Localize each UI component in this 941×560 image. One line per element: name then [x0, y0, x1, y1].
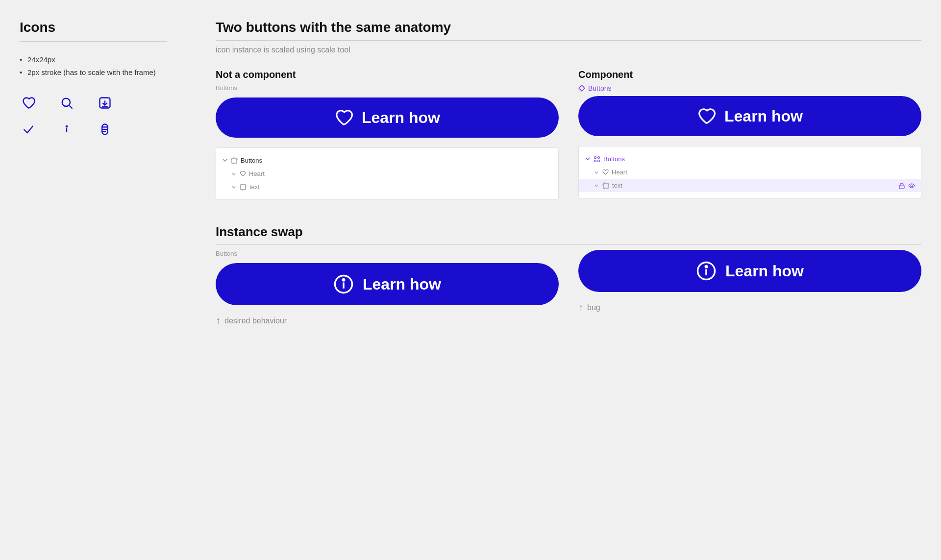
col1-layer-heart: Heart: [216, 167, 558, 180]
attachment-icon: [96, 121, 114, 138]
instance-col2-arrow-label: ↑ bug: [578, 302, 921, 313]
col1-layer-label: Buttons: [216, 84, 559, 92]
col1-layer-text: text: [216, 180, 558, 194]
svg-rect-29: [603, 183, 608, 188]
svg-rect-11: [232, 158, 237, 163]
section2-title: Instance swap: [216, 224, 921, 240]
section1-columns: Not a component Buttons Learn how: [216, 69, 921, 200]
arrow-up-icon: ↑: [216, 315, 221, 326]
svg-point-21: [580, 86, 581, 87]
col2-heart-layer-icon: [602, 169, 609, 175]
col2-layer-actions: [898, 182, 915, 189]
bullet-2: 2px stroke (has to scale with the frame): [20, 66, 167, 79]
col2-chevron-icon: [585, 156, 591, 162]
svg-point-38: [343, 279, 345, 281]
col-not-component: Not a component Buttons Learn how: [216, 69, 559, 200]
section1-subtitle: icon instance is scaled using scale tool: [216, 46, 921, 54]
svg-point-0: [62, 98, 70, 106]
component-diamond-icon: [578, 85, 585, 92]
svg-point-35: [911, 185, 913, 187]
section2-columns: Buttons Learn how ↑ desired behaviour: [216, 250, 921, 326]
instance-col1-label: Buttons: [216, 250, 559, 257]
svg-point-26: [598, 156, 600, 158]
search-icon: [58, 94, 75, 112]
col1-layers-panel: Buttons Heart: [216, 147, 559, 200]
col2-text-label: text: [612, 182, 895, 189]
col1-heart-label: Heart: [249, 170, 552, 177]
page: Icons 24x24px 2px stroke (has to scale w…: [0, 0, 941, 560]
sidebar-bullets: 24x24px 2px stroke (has to scale with th…: [20, 53, 167, 78]
instance-col2-button[interactable]: Learn how: [578, 250, 921, 292]
col1-text-frame-icon: [240, 184, 247, 191]
col1-heart-chevron: [231, 171, 237, 177]
lock-icon: [898, 182, 905, 189]
col2-heart-icon: [697, 107, 716, 125]
col1-text-chevron: [231, 184, 237, 190]
col1-text-label: text: [249, 183, 552, 191]
instance-col1-button[interactable]: Learn how: [216, 263, 559, 305]
col2-heart-label: Heart: [612, 169, 915, 176]
col1-heart-icon: [334, 108, 353, 127]
col1-layer-parent-label: Buttons: [241, 157, 552, 164]
col2-title: Component: [578, 69, 921, 80]
instance-col1-arrow-label: ↑ desired behaviour: [216, 315, 559, 326]
section1-title: Two buttons with the same anatomy: [216, 20, 921, 35]
check-icon: [20, 121, 37, 138]
section2-divider: [216, 244, 921, 245]
col1-chevron-icon: [222, 158, 228, 164]
svg-line-1: [69, 105, 72, 108]
col2-component-name: Buttons: [588, 84, 611, 92]
instance-col1-info-icon: [333, 274, 354, 294]
col2-layer-text: text: [579, 179, 921, 192]
svg-point-23: [580, 89, 581, 90]
col2-layer-parent: Buttons: [579, 152, 921, 166]
col2-text-chevron: [594, 183, 599, 189]
instance-col2-info-icon: [696, 261, 717, 281]
eye-icon: [908, 182, 915, 189]
svg-rect-34: [899, 185, 904, 189]
instance-col2: Learn how ↑ bug: [578, 250, 921, 326]
svg-point-24: [583, 89, 584, 90]
section2: Instance swap Buttons Learn how: [216, 224, 921, 326]
svg-rect-16: [241, 185, 246, 190]
sidebar-divider: [20, 41, 167, 42]
col2-heart-chevron: [594, 170, 599, 175]
heart-icon: [20, 94, 37, 112]
svg-point-41: [705, 266, 707, 268]
col2-layer-parent-label: Buttons: [603, 155, 915, 163]
col1-layer-parent: Buttons: [216, 154, 558, 167]
col2-layers-panel: Buttons Heart: [578, 146, 921, 198]
col1-learn-how-button[interactable]: Learn how: [216, 97, 559, 138]
col1-heart-layer-icon: [240, 170, 246, 177]
col1-frame-icon: [231, 157, 238, 164]
main-content: Two buttons with the same anatomy icon i…: [186, 20, 921, 540]
col2-layer-heart: Heart: [579, 166, 921, 179]
section1-divider: [216, 40, 921, 41]
svg-point-27: [594, 160, 596, 162]
download-icon: [96, 94, 114, 112]
col1-title: Not a component: [216, 69, 559, 80]
col2-text-frame-icon: [602, 182, 609, 189]
svg-point-22: [583, 86, 584, 87]
sidebar-title: Icons: [20, 20, 167, 35]
svg-point-28: [598, 160, 600, 162]
info-icon: [58, 121, 75, 138]
col2-learn-how-button[interactable]: Learn how: [578, 96, 921, 136]
svg-point-6: [66, 126, 67, 127]
svg-point-25: [594, 156, 596, 158]
col2-component-icon: [594, 156, 600, 163]
col2-component-label: Buttons: [578, 84, 921, 92]
instance-col2-arrow-icon: ↑: [578, 302, 583, 313]
bullet-1: 24x24px: [20, 53, 167, 66]
instance-col1: Buttons Learn how ↑ desired behaviour: [216, 250, 559, 326]
col-component: Component Buttons Learn how: [578, 69, 921, 200]
icons-grid: [20, 94, 167, 138]
sidebar: Icons 24x24px 2px stroke (has to scale w…: [20, 20, 186, 540]
